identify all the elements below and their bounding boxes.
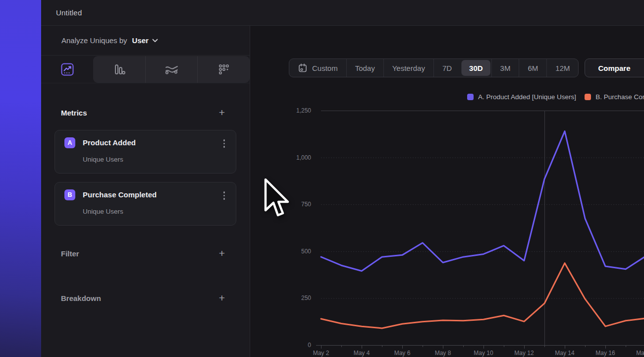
analytics-window: Untitled Analyze Uniques by User	[41, 0, 644, 357]
metric-subtitle[interactable]: Unique Users	[83, 156, 123, 163]
svg-text:750: 750	[301, 201, 311, 208]
metrics-header: Metrics +	[41, 105, 250, 120]
svg-text:May 6: May 6	[394, 350, 411, 357]
svg-text:1,250: 1,250	[296, 107, 311, 114]
chart-type-tab-group	[93, 56, 250, 83]
analyze-by-dropdown[interactable]: User	[132, 36, 158, 45]
tab-retention[interactable]	[197, 56, 250, 83]
metric-card-a[interactable]: A Product Added Unique Users	[54, 130, 236, 174]
line-chart[interactable]: 02505007501,0001,250May 2May 4May 6May 8…	[250, 26, 644, 357]
add-breakdown-button[interactable]: +	[217, 294, 226, 302]
retention-dots-icon	[216, 62, 231, 77]
app-screenshot: Untitled Analyze Uniques by User	[0, 0, 644, 357]
svg-text:500: 500	[301, 248, 311, 255]
filter-section: Filter +	[41, 246, 250, 261]
svg-text:May 8: May 8	[435, 350, 451, 357]
mouse-cursor	[264, 178, 290, 219]
svg-text:May 16: May 16	[595, 350, 615, 357]
chart-type-tabs	[41, 56, 250, 83]
breakdown-title: Breakdown	[61, 294, 101, 302]
svg-text:May 4: May 4	[354, 350, 370, 357]
breakdown-section: Breakdown +	[41, 291, 250, 305]
svg-text:250: 250	[301, 295, 311, 301]
line-chart-icon	[60, 62, 75, 77]
metrics-title: Metrics	[61, 109, 87, 117]
svg-text:May 2: May 2	[313, 350, 329, 357]
query-builder-sidebar: Analyze Uniques by User	[41, 26, 250, 357]
bar-chart-icon	[111, 62, 126, 77]
chevron-down-icon	[152, 39, 158, 43]
tab-insights-selected[interactable]	[41, 56, 93, 83]
metric-badge-a: A	[64, 137, 75, 148]
analyze-by-value: User	[132, 36, 149, 45]
add-filter-button[interactable]: +	[217, 249, 226, 258]
report-title[interactable]: Untitled	[56, 8, 82, 17]
metric-card-b[interactable]: B Purchase Completed Unique Users	[54, 182, 236, 226]
svg-text:May 12: May 12	[514, 350, 534, 357]
metric-options-kebab-icon[interactable]	[222, 138, 226, 149]
tab-funnels[interactable]	[93, 56, 145, 83]
svg-text:May 10: May 10	[474, 350, 493, 357]
top-bar: Untitled	[41, 0, 644, 26]
desktop-wallpaper-strip	[0, 0, 41, 357]
metric-title: Purchase Completed	[83, 190, 157, 199]
tab-flows[interactable]	[145, 56, 198, 83]
svg-text:0: 0	[308, 342, 311, 349]
analyze-label: Analyze Uniques by	[61, 36, 127, 45]
svg-text:1,000: 1,000	[296, 154, 311, 161]
svg-text:May 14: May 14	[555, 350, 575, 357]
svg-text:May 18: May 18	[636, 350, 644, 357]
metric-subtitle[interactable]: Unique Users	[83, 208, 123, 215]
flows-icon	[163, 62, 179, 77]
add-metric-button[interactable]: +	[217, 108, 226, 117]
metric-title: Product Added	[83, 138, 136, 147]
chart-panel: Custom Today Yesterday 7D 30D 3M 6M 12M …	[250, 26, 644, 357]
filter-title: Filter	[61, 249, 79, 258]
metric-options-kebab-icon[interactable]	[222, 190, 226, 201]
analyze-row: Analyze Uniques by User	[41, 26, 250, 56]
metric-badge-b: B	[64, 189, 75, 200]
